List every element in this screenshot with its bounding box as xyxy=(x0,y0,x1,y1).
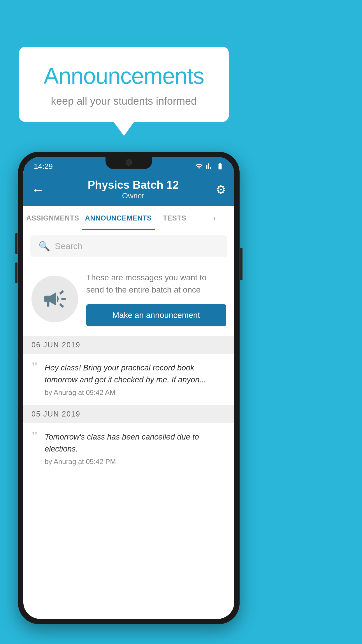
phone-button-left2 xyxy=(15,262,17,283)
search-bar[interactable]: 🔍 Search xyxy=(30,235,227,257)
announcement-meta-1: by Anurag at 09:42 AM xyxy=(45,388,226,397)
wifi-icon xyxy=(195,162,203,170)
app-bar-title: Physics Batch 12 xyxy=(51,179,216,191)
announcement-text-2: Tomorrow's class has been cancelled due … xyxy=(45,431,226,466)
announcement-icon-circle xyxy=(31,276,78,322)
megaphone-icon xyxy=(42,286,68,312)
quote-icon-2: " xyxy=(31,429,38,444)
bubble-subtitle: keep all your students informed xyxy=(36,95,211,107)
tab-assignments[interactable]: ASSIGNMENTS xyxy=(23,206,82,230)
status-time: 14:29 xyxy=(34,162,53,171)
bubble-title: Announcements xyxy=(36,63,211,89)
settings-button[interactable]: ⚙ xyxy=(216,183,226,196)
phone-camera xyxy=(126,159,132,166)
make-announcement-button[interactable]: Make an announcement xyxy=(86,304,226,326)
status-icons xyxy=(195,162,224,170)
speech-bubble-container: Announcements keep all your students inf… xyxy=(19,47,229,122)
tab-tests[interactable]: TESTS xyxy=(155,206,195,230)
tab-more[interactable]: › xyxy=(194,206,234,230)
battery-icon xyxy=(216,162,224,170)
announcement-message-1: Hey class! Bring your practical record b… xyxy=(45,362,226,386)
back-button[interactable]: ← xyxy=(31,183,45,196)
announcement-intro-text: These are messages you want to send to t… xyxy=(86,272,226,296)
app-bar-subtitle: Owner xyxy=(51,191,216,200)
tab-announcements[interactable]: ANNOUNCEMENTS xyxy=(82,206,155,230)
announcement-meta-2: by Anurag at 05:42 PM xyxy=(45,458,226,466)
phone-notch xyxy=(106,157,152,169)
quote-icon-1: " xyxy=(31,360,38,375)
tabs-bar: ASSIGNMENTS ANNOUNCEMENTS TESTS › xyxy=(23,206,234,230)
phone-outer: 14:29 ← Physics Batch 12 Owner ⚙ xyxy=(18,152,240,624)
phone-mockup: 14:29 ← Physics Batch 12 Owner ⚙ xyxy=(18,152,240,624)
announcement-intro-right: These are messages you want to send to t… xyxy=(86,272,226,326)
search-placeholder: Search xyxy=(55,241,82,251)
announcement-item-2: " Tomorrow's class has been cancelled du… xyxy=(23,423,234,474)
search-icon: 🔍 xyxy=(38,241,50,252)
phone-button-right xyxy=(240,248,242,280)
announcement-text-1: Hey class! Bring your practical record b… xyxy=(45,362,226,397)
announcement-intro: These are messages you want to send to t… xyxy=(23,262,234,336)
date-separator-2: 05 JUN 2019 xyxy=(23,405,234,423)
speech-bubble: Announcements keep all your students inf… xyxy=(19,47,229,122)
signal-icon xyxy=(206,162,213,170)
app-bar: ← Physics Batch 12 Owner ⚙ xyxy=(23,173,234,206)
date-separator-1: 06 JUN 2019 xyxy=(23,336,234,354)
announcement-item-1: " Hey class! Bring your practical record… xyxy=(23,354,234,405)
search-container: 🔍 Search xyxy=(23,230,234,262)
phone-button-left xyxy=(15,233,17,254)
app-bar-center: Physics Batch 12 Owner xyxy=(51,179,216,200)
announcement-message-2: Tomorrow's class has been cancelled due … xyxy=(45,431,226,455)
phone-screen: 14:29 ← Physics Batch 12 Owner ⚙ xyxy=(23,157,234,619)
